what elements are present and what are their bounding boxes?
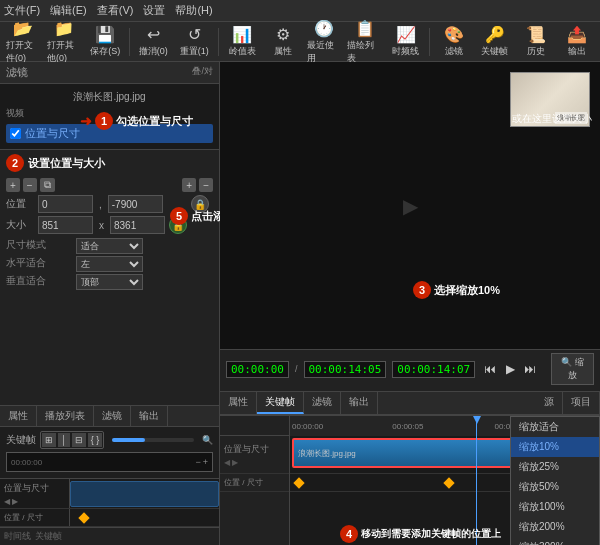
- kf-zoom-slider[interactable]: [112, 432, 194, 448]
- props-copy-btn[interactable]: ⧉: [40, 178, 55, 192]
- props-button[interactable]: ⚙ 属性: [264, 24, 303, 60]
- menu-file[interactable]: 文件(F): [4, 3, 40, 18]
- anno-text-5: 点击添加关键帧: [191, 209, 219, 224]
- anno-num-3: 3: [413, 281, 431, 299]
- save-button[interactable]: 💾 保存(S): [86, 24, 125, 60]
- export-icon: 📤: [567, 25, 587, 44]
- tab-output[interactable]: 输出: [131, 406, 168, 426]
- zoom-25[interactable]: 缩放25%: [511, 457, 599, 477]
- rt-tab-output[interactable]: 输出: [341, 392, 378, 414]
- kf-align-left[interactable]: ⊞: [42, 433, 56, 447]
- size-mode-label: 尺寸模式: [6, 238, 74, 254]
- timeline-section: 位置与尺寸 ◀ ▶ 位置 / 尺寸 00:00:00: [220, 415, 600, 545]
- zoom-10[interactable]: 缩放10%: [511, 437, 599, 457]
- zoom-out-icon[interactable]: −: [195, 457, 200, 467]
- kf-align-right[interactable]: ⊟: [72, 433, 86, 447]
- tab-filter[interactable]: 滤镜: [94, 406, 131, 426]
- props-mini-btns-right: + −: [182, 178, 213, 192]
- menu-help[interactable]: 帮助(H): [175, 3, 212, 18]
- kf-diamond-1[interactable]: [78, 512, 89, 523]
- keyframe-button[interactable]: 🔑 关键帧: [475, 24, 514, 60]
- zoom-in-icon[interactable]: +: [203, 457, 208, 467]
- rt-tab-props[interactable]: 属性: [220, 392, 257, 414]
- kf-timeline-bar[interactable]: 00:00:00 − +: [6, 452, 213, 472]
- size-mode-select[interactable]: 适合 填充 变形: [76, 238, 144, 254]
- tl-track-label: 位置与尺寸 ◀ ▶: [220, 436, 289, 474]
- zoom-300[interactable]: 缩放300%: [511, 537, 599, 545]
- tl-prev-btn[interactable]: ◀: [224, 458, 230, 467]
- kf-dia-2[interactable]: [443, 477, 454, 488]
- render-list-button[interactable]: 📋 描绘列表: [345, 24, 384, 60]
- menu-view[interactable]: 查看(V): [97, 3, 134, 18]
- kf-prev-btn[interactable]: ◀: [4, 497, 10, 506]
- filter-button[interactable]: 🎨 滤镜: [434, 24, 473, 60]
- menu-settings[interactable]: 设置: [143, 3, 165, 18]
- undo-button[interactable]: ↩ 撤消(0): [134, 24, 173, 60]
- kf-clip-bar[interactable]: [70, 481, 219, 507]
- render-list-label: 描绘列表: [347, 39, 382, 65]
- peaks-label: 岭值表: [229, 45, 256, 58]
- rt-tab-filter[interactable]: 滤镜: [304, 392, 341, 414]
- size-sep: x: [99, 220, 104, 231]
- position-size-checkbox[interactable]: [10, 128, 21, 139]
- timeline-button[interactable]: 📈 时频线: [386, 24, 425, 60]
- menubar: 文件(F) 编辑(E) 查看(V) 设置 帮助(H): [0, 0, 600, 22]
- menu-items[interactable]: 文件(F) 编辑(E) 查看(V) 设置 帮助(H): [4, 3, 213, 18]
- kf-sub-label: 位置 / 尺寸: [0, 509, 70, 526]
- preview-bg: ▶: [403, 194, 418, 218]
- time-display-1: 00:00:00: [226, 361, 289, 378]
- play-btn[interactable]: ▶: [501, 362, 519, 376]
- kf-next-btn[interactable]: ▶: [12, 497, 18, 506]
- tl-track-btns: ◀ ▶: [224, 458, 285, 467]
- next-frame-btn[interactable]: ⏭: [521, 362, 539, 376]
- zoom-fit[interactable]: 缩放适合: [511, 417, 599, 437]
- v-align-select[interactable]: 顶部 中间 底部: [76, 274, 144, 290]
- props-add-row: + − ⧉ + −: [6, 178, 213, 192]
- props-add-btn[interactable]: +: [6, 178, 20, 192]
- zoom-50[interactable]: 缩放50%: [511, 477, 599, 497]
- recent-label: 最近使用: [307, 39, 342, 65]
- props-remove-btn[interactable]: −: [23, 178, 37, 192]
- open-other-label: 打开其他(0): [47, 39, 82, 65]
- kf-dia-1[interactable]: [293, 477, 304, 488]
- rt-tab-source[interactable]: 源: [536, 392, 563, 414]
- kf-align-center[interactable]: │: [58, 433, 70, 447]
- zoom-dropdown-trigger[interactable]: 🔍 缩放: [551, 353, 594, 385]
- peaks-icon: 📊: [232, 25, 252, 44]
- sub-props: 尺寸模式 适合 填充 变形 水平适合 左 中心 右 垂直适合 顶部 中间: [6, 238, 213, 290]
- open-file-button[interactable]: 📂 打开文件(0): [4, 24, 43, 60]
- menu-edit[interactable]: 编辑(E): [50, 3, 87, 18]
- tl-label-header: [220, 416, 289, 436]
- recent-button[interactable]: 🕐 最近使用: [305, 24, 344, 60]
- h-align-select[interactable]: 左 中心 右: [76, 256, 144, 272]
- time-keyframe-labels: 时间线 关键帧: [0, 527, 219, 545]
- kf-collapse[interactable]: { }: [88, 433, 103, 447]
- props-right-minus[interactable]: −: [199, 178, 213, 192]
- history-button[interactable]: 📜 历史: [516, 24, 555, 60]
- filter-toggle-label: 叠/对: [192, 65, 213, 78]
- pos-y-input[interactable]: [108, 195, 163, 213]
- redo-button[interactable]: ↺ 重置(1): [175, 24, 214, 60]
- tab-playlist[interactable]: 播放列表: [37, 406, 94, 426]
- zoom-100[interactable]: 缩放100%: [511, 497, 599, 517]
- pos-x-input[interactable]: [38, 195, 93, 213]
- keyframe-label: 关键帧: [481, 45, 508, 58]
- zoom-200[interactable]: 缩放200%: [511, 517, 599, 537]
- props-right-add[interactable]: +: [182, 178, 196, 192]
- export-button[interactable]: 📤 输出: [557, 24, 596, 60]
- rt-tab-project[interactable]: 项目: [563, 392, 600, 414]
- size-x-input[interactable]: [38, 216, 93, 234]
- tl-next-btn[interactable]: ▶: [232, 458, 238, 467]
- time-label: 时间线: [4, 530, 31, 543]
- size-y-input[interactable]: [110, 216, 165, 234]
- tab-properties[interactable]: 属性: [0, 406, 37, 426]
- prev-frame-btn[interactable]: ⏮: [481, 362, 499, 376]
- icon-toolbar: 📂 打开文件(0) 📁 打开其他(0) 💾 保存(S) ↩ 撤消(0) ↺ 重置…: [0, 22, 600, 62]
- rt-tab-keyframe[interactable]: 关键帧: [257, 392, 304, 414]
- open-other-button[interactable]: 📁 打开其他(0): [45, 24, 84, 60]
- peaks-button[interactable]: 📊 岭值表: [223, 24, 262, 60]
- annotation-or-text: 或在这里设置大小: [512, 112, 592, 126]
- pos-label: 位置: [6, 197, 34, 211]
- arrow-1: ➜: [80, 113, 92, 129]
- kf-time-label: 00:00:00: [11, 458, 42, 467]
